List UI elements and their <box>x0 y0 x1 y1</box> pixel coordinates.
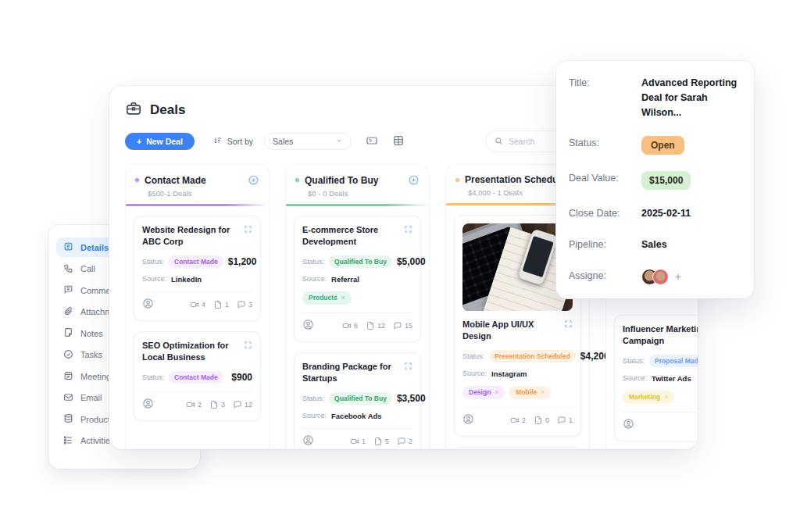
tag-chip: Products× <box>302 291 352 305</box>
expand-icon[interactable] <box>564 319 573 328</box>
stage-dot <box>455 178 459 182</box>
expand-icon[interactable] <box>404 361 412 370</box>
detail-dealvalue-label: Deal Value: <box>569 171 641 184</box>
add-deal-button[interactable] <box>248 174 259 186</box>
source-label: Source: <box>302 275 327 283</box>
status-badge: Presentation Scheduled <box>489 350 576 362</box>
expand-icon[interactable] <box>404 224 412 234</box>
sidebar-item-label: Email <box>80 393 102 402</box>
deal-amount: $3,500 <box>397 393 426 404</box>
column-contact-made: Contact Made $500-1 Deals Website Redesi… <box>125 164 270 449</box>
comment-count: 15 <box>393 321 412 330</box>
status-label: Status: <box>623 357 645 365</box>
status-badge: Qualified To Buy <box>329 392 392 405</box>
source-label: Source: <box>302 412 327 420</box>
card-view-button[interactable] <box>366 134 378 149</box>
activity-list-icon <box>63 435 73 447</box>
comment-icon <box>63 284 73 296</box>
sidebar-item-label: Tasks <box>80 350 102 359</box>
page-title: Deals <box>150 102 185 118</box>
pipeline-select[interactable]: Sales <box>264 133 352 150</box>
stage-underline <box>286 204 429 206</box>
file-count: 3 <box>209 400 225 409</box>
column-summary: $500-1 Deals <box>148 189 259 198</box>
new-deal-label: New Deal <box>146 137 183 146</box>
deal-detail-panel: Title: Advanced Reporting Deal for Sarah… <box>556 61 754 298</box>
source-value: Instagram <box>491 370 527 378</box>
deal-title: E-commerce Store Development <box>302 224 399 248</box>
table-view-button[interactable] <box>392 134 405 149</box>
deal-card[interactable]: SEO Optimization for Local Business Stat… <box>134 331 261 421</box>
sort-icon <box>213 136 223 147</box>
deal-card[interactable]: E-commerce Store Development Status: Qua… <box>294 216 421 342</box>
tag-remove-icon[interactable]: × <box>541 388 545 396</box>
deal-title: Website Redesign for ABC Corp <box>142 224 239 248</box>
detail-pipeline-label: Pipeline: <box>569 237 641 250</box>
expand-icon[interactable] <box>244 224 252 234</box>
assignee-avatars: + <box>641 269 681 285</box>
tag-remove-icon[interactable]: × <box>664 393 668 401</box>
file-count: 0 <box>534 416 549 425</box>
file-count: 1 <box>213 300 229 309</box>
deal-amount: $1,200 <box>228 256 257 267</box>
card-footer: 2 0 1 <box>462 407 573 433</box>
tag-chip: Marketing× <box>623 391 674 404</box>
source-label: Source: <box>462 370 487 377</box>
detail-closedate-value: 2025-02-11 <box>641 206 691 221</box>
source-value: Twitter Ads <box>652 374 691 383</box>
sidebar-item-label: Notes <box>80 329 103 338</box>
column-header: Contact Made $500-1 Deals <box>126 165 269 206</box>
tag-chip: Mobile× <box>509 386 551 399</box>
detail-title-value: Advanced Reporting Deal for Sarah Wilson… <box>641 76 741 120</box>
tag-chip: Design× <box>462 386 505 399</box>
new-deal-button[interactable]: + New Deal <box>125 133 195 150</box>
plus-icon: + <box>137 137 141 146</box>
sidebar-item-label: Call <box>80 264 95 273</box>
tag-remove-icon[interactable]: × <box>495 388 498 396</box>
detail-closedate-label: Close Date: <box>569 206 641 219</box>
deal-title: Branding Package for Startups <box>302 361 399 385</box>
note-icon <box>63 327 73 339</box>
assignee-icon <box>302 319 314 334</box>
calendar-icon <box>63 370 73 382</box>
video-count: 1 <box>350 437 366 446</box>
deal-title: Influencer Marketing Campaign <box>623 323 698 348</box>
card-footer: 1 5 2 <box>302 428 412 449</box>
deal-card[interactable]: Branding Package for Startups Status: Qu… <box>294 352 421 449</box>
briefcase-icon <box>125 100 142 120</box>
video-count: 2 <box>510 416 526 425</box>
video-count: 2 <box>186 400 202 409</box>
status-badge: Contact Made <box>169 255 223 268</box>
sort-by-label: Sort by <box>227 137 253 146</box>
detail-dealvalue-badge: $15,000 <box>641 171 691 190</box>
add-deal-button[interactable] <box>408 174 420 186</box>
deal-card[interactable]: Website Redesign for ABC Corp Status: Co… <box>134 216 261 321</box>
tag-remove-icon[interactable]: × <box>341 294 345 302</box>
add-assignee-button[interactable]: + <box>675 271 681 282</box>
status-badge: Qualified To Buy <box>329 255 392 268</box>
status-label: Status: <box>302 395 324 402</box>
source-label: Source: <box>623 374 647 382</box>
column-header: Qualified To Buy $0 - 0 Deals <box>286 165 429 206</box>
app-background: Details Call Comments Attachments Notes … <box>0 0 800 532</box>
card-footer: 2 3 12 <box>142 391 252 417</box>
comment-count: 1 <box>557 416 573 425</box>
detail-assignee-label: Assigne: <box>569 269 641 281</box>
status-label: Status: <box>302 258 324 266</box>
status-label: Status: <box>462 352 484 360</box>
pipeline-select-value: Sales <box>273 137 293 146</box>
comment-count: 2 <box>397 437 412 446</box>
stage-underline <box>126 204 269 206</box>
comment-count: 3 <box>237 300 252 309</box>
source-label: Source: <box>142 275 166 283</box>
file-count: 5 <box>373 437 389 446</box>
status-badge: Contact Made <box>169 371 223 384</box>
detail-status-label: Status: <box>569 136 641 148</box>
deal-card[interactable]: Influencer Marketing Campaign Status: Pr… <box>614 315 698 441</box>
assignee-icon <box>142 398 154 412</box>
deal-card[interactable]: Corporate Training Program Status: Prese… <box>454 447 581 449</box>
comment-count: 12 <box>233 400 252 409</box>
sort-by-button[interactable]: Sort by <box>213 136 253 147</box>
expand-icon[interactable] <box>244 340 252 349</box>
stack-icon <box>63 413 73 425</box>
